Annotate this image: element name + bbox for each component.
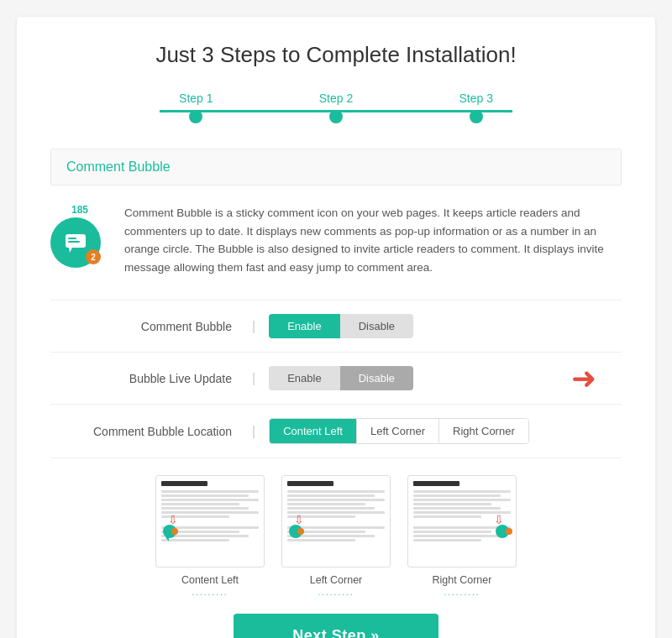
divider-1: | — [252, 319, 255, 334]
bubble-live-update-enable-btn[interactable]: Enable — [269, 366, 339, 390]
description-block: 185 2 Comment Bubble is a sticky comment… — [50, 204, 622, 276]
preview-left-corner-img: ⇩ — [281, 475, 391, 567]
bubble-location-label: Comment Bubble Location — [50, 425, 252, 438]
preview-content-left-img: ⇩ — [155, 475, 265, 567]
steps-progress-bar: Step 1 Step 2 Step 3 — [50, 92, 622, 123]
preview-content-left[interactable]: ⇩ Content Left ......... — [155, 475, 265, 597]
section-title: Comment Bubble — [66, 160, 171, 174]
bubble-location-row: Comment Bubble Location | Content Left L… — [50, 405, 622, 458]
chat-bubble-icon — [62, 229, 89, 256]
bubble-icon-wrap: 185 2 — [50, 204, 109, 263]
comment-bubble-row: Comment Bubble | Enable Disable — [50, 301, 622, 353]
location-right-corner-btn[interactable]: Right Corner — [439, 419, 528, 443]
step-2-label: Step 2 — [319, 92, 353, 105]
preview-section: ⇩ Content Left ......... — [50, 475, 622, 597]
bubble-live-update-row: Bubble Live Update | Enable Disable ➜ — [50, 353, 622, 405]
description-text: Comment Bubble is a sticky comment icon … — [124, 204, 622, 276]
svg-rect-3 — [68, 241, 80, 243]
preview-right-corner-img: ⇩ — [407, 475, 517, 567]
bubble-location-toggle: Content Left Left Corner Right Corner — [269, 418, 529, 444]
divider-3: | — [252, 424, 255, 439]
preview-left-corner[interactable]: ⇩ Left Corner ......... — [281, 475, 391, 597]
comment-bubble-disable-btn[interactable]: Disable — [340, 314, 413, 338]
step-3-label: Step 3 — [459, 92, 492, 105]
preview-right-corner[interactable]: ⇩ Right Corner ......... — [407, 475, 517, 597]
section-header: Comment Bubble — [50, 149, 622, 186]
location-content-left-btn[interactable]: Content Left — [270, 419, 357, 443]
bubble-live-update-toggle: Enable Disable — [269, 366, 413, 390]
step-3: Step 3 — [406, 92, 546, 123]
step-1-label: Step 1 — [179, 92, 213, 105]
step-1-dot — [189, 110, 202, 123]
comment-bubble-enable-btn[interactable]: Enable — [269, 314, 339, 338]
preview-left-corner-label: Left Corner — [310, 574, 363, 586]
preview-content-left-dots: ......... — [192, 588, 228, 597]
steps-track: Step 1 Step 2 Step 3 — [126, 92, 546, 123]
step-2-dot — [329, 110, 343, 123]
preview-left-corner-dots: ......... — [318, 588, 354, 597]
red-arrow-icon: ➜ — [571, 361, 596, 396]
settings-section: Comment Bubble | Enable Disable Bubble L… — [50, 300, 622, 458]
next-step-button[interactable]: Next Step » — [234, 614, 438, 638]
preview-orange-dot-3 — [506, 528, 512, 535]
main-container: Just 3 Steps to Complete Installation! S… — [17, 17, 655, 638]
preview-content-left-label: Content Left — [181, 574, 239, 586]
preview-right-corner-dots: ......... — [444, 588, 480, 597]
bubble-circle: 2 — [50, 217, 101, 268]
preview-right-corner-label: Right Corner — [433, 574, 492, 586]
page-title: Just 3 Steps to Complete Installation! — [50, 42, 622, 68]
bubble-live-update-label: Bubble Live Update — [50, 372, 252, 385]
bubble-live-update-disable-btn[interactable]: Disable — [340, 366, 413, 390]
svg-rect-2 — [68, 238, 76, 239]
step-3-dot — [470, 110, 483, 123]
bubble-count: 185 — [50, 204, 109, 216]
step-1: Step 1 — [126, 92, 266, 123]
step-2: Step 2 — [266, 92, 407, 123]
comment-bubble-toggle: Enable Disable — [269, 314, 413, 338]
location-left-corner-btn[interactable]: Left Corner — [357, 419, 439, 443]
bubble-badge: 2 — [86, 249, 101, 264]
next-btn-wrap: Next Step » — [50, 614, 622, 638]
divider-2: | — [252, 371, 255, 386]
comment-bubble-label: Comment Bubble — [50, 320, 252, 333]
svg-marker-1 — [69, 248, 72, 253]
